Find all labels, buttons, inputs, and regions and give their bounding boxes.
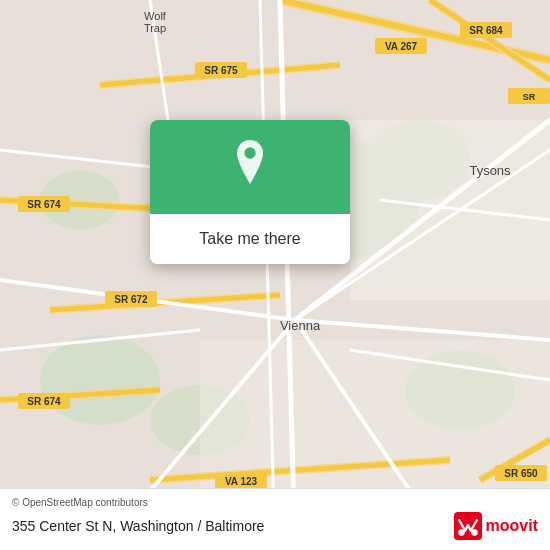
svg-rect-7 (350, 120, 550, 300)
moovit-logo: moovit (454, 512, 538, 540)
location-pin-icon (228, 140, 272, 184)
take-me-there-button[interactable]: Take me there (150, 226, 350, 252)
svg-point-3 (40, 335, 160, 425)
svg-text:SR 650: SR 650 (504, 468, 538, 479)
svg-text:Trap: Trap (144, 22, 166, 34)
popup-green-area (150, 120, 350, 214)
popup-button-area[interactable]: Take me there (150, 214, 350, 264)
svg-text:SR 675: SR 675 (204, 65, 238, 76)
address-text: 355 Center St N, Washington / Baltimore (12, 518, 264, 534)
svg-text:Wolf: Wolf (144, 10, 167, 22)
address-line: 355 Center St N, Washington / Baltimore … (12, 512, 538, 540)
map-container: Wolf Trap Tysons Vienna VA 267 SR 684 SR… (0, 0, 550, 550)
svg-text:SR 684: SR 684 (469, 25, 503, 36)
map-svg: Wolf Trap Tysons Vienna VA 267 SR 684 SR… (0, 0, 550, 550)
svg-text:VA 267: VA 267 (385, 41, 418, 52)
svg-text:Vienna: Vienna (280, 318, 321, 333)
svg-text:SR: SR (523, 92, 536, 102)
popup-card: Take me there (150, 120, 350, 264)
moovit-text: moovit (486, 517, 538, 535)
svg-text:SR 672: SR 672 (114, 294, 148, 305)
svg-text:VA 123: VA 123 (225, 476, 258, 487)
attribution-text: © OpenStreetMap contributors (12, 497, 538, 508)
svg-text:Tysons: Tysons (469, 163, 511, 178)
bottom-bar: © OpenStreetMap contributors 355 Center … (0, 488, 550, 550)
moovit-icon (454, 512, 482, 540)
svg-text:SR 674: SR 674 (27, 396, 61, 407)
svg-point-60 (244, 147, 255, 158)
svg-text:SR 674: SR 674 (27, 199, 61, 210)
